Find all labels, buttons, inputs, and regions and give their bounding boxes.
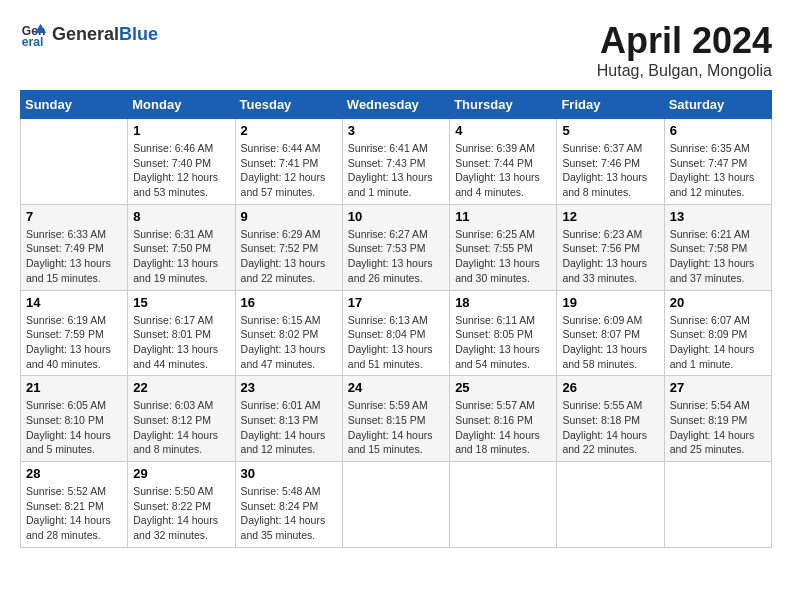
day-info: Sunrise: 6:29 AMSunset: 7:52 PMDaylight:… (241, 227, 337, 286)
week-row-4: 21Sunrise: 6:05 AMSunset: 8:10 PMDayligh… (21, 376, 772, 462)
day-cell: 17Sunrise: 6:13 AMSunset: 8:04 PMDayligh… (342, 290, 449, 376)
day-info: Sunrise: 6:05 AMSunset: 8:10 PMDaylight:… (26, 398, 122, 457)
day-info: Sunrise: 6:35 AMSunset: 7:47 PMDaylight:… (670, 141, 766, 200)
day-info: Sunrise: 6:23 AMSunset: 7:56 PMDaylight:… (562, 227, 658, 286)
day-info: Sunrise: 6:25 AMSunset: 7:55 PMDaylight:… (455, 227, 551, 286)
day-cell: 30Sunrise: 5:48 AMSunset: 8:24 PMDayligh… (235, 462, 342, 548)
day-number: 4 (455, 123, 551, 138)
day-number: 18 (455, 295, 551, 310)
day-cell: 24Sunrise: 5:59 AMSunset: 8:15 PMDayligh… (342, 376, 449, 462)
day-info: Sunrise: 6:39 AMSunset: 7:44 PMDaylight:… (455, 141, 551, 200)
day-number: 1 (133, 123, 229, 138)
day-cell: 20Sunrise: 6:07 AMSunset: 8:09 PMDayligh… (664, 290, 771, 376)
weekday-header-tuesday: Tuesday (235, 91, 342, 119)
weekday-header-saturday: Saturday (664, 91, 771, 119)
day-cell: 9Sunrise: 6:29 AMSunset: 7:52 PMDaylight… (235, 204, 342, 290)
day-cell: 14Sunrise: 6:19 AMSunset: 7:59 PMDayligh… (21, 290, 128, 376)
week-row-5: 28Sunrise: 5:52 AMSunset: 8:21 PMDayligh… (21, 462, 772, 548)
day-cell: 6Sunrise: 6:35 AMSunset: 7:47 PMDaylight… (664, 119, 771, 205)
day-number: 23 (241, 380, 337, 395)
day-info: Sunrise: 6:09 AMSunset: 8:07 PMDaylight:… (562, 313, 658, 372)
day-cell: 5Sunrise: 6:37 AMSunset: 7:46 PMDaylight… (557, 119, 664, 205)
day-info: Sunrise: 5:50 AMSunset: 8:22 PMDaylight:… (133, 484, 229, 543)
location-title: Hutag, Bulgan, Mongolia (597, 62, 772, 80)
day-info: Sunrise: 5:55 AMSunset: 8:18 PMDaylight:… (562, 398, 658, 457)
day-number: 25 (455, 380, 551, 395)
day-cell: 18Sunrise: 6:11 AMSunset: 8:05 PMDayligh… (450, 290, 557, 376)
weekday-header-wednesday: Wednesday (342, 91, 449, 119)
day-info: Sunrise: 6:46 AMSunset: 7:40 PMDaylight:… (133, 141, 229, 200)
day-cell: 25Sunrise: 5:57 AMSunset: 8:16 PMDayligh… (450, 376, 557, 462)
day-number: 14 (26, 295, 122, 310)
day-cell: 7Sunrise: 6:33 AMSunset: 7:49 PMDaylight… (21, 204, 128, 290)
day-number: 3 (348, 123, 444, 138)
weekday-header-monday: Monday (128, 91, 235, 119)
day-number: 16 (241, 295, 337, 310)
day-cell: 4Sunrise: 6:39 AMSunset: 7:44 PMDaylight… (450, 119, 557, 205)
month-title: April 2024 (597, 20, 772, 62)
title-section: April 2024 Hutag, Bulgan, Mongolia (597, 20, 772, 80)
day-info: Sunrise: 6:31 AMSunset: 7:50 PMDaylight:… (133, 227, 229, 286)
calendar-table: SundayMondayTuesdayWednesdayThursdayFrid… (20, 90, 772, 548)
week-row-1: 1Sunrise: 6:46 AMSunset: 7:40 PMDaylight… (21, 119, 772, 205)
day-number: 12 (562, 209, 658, 224)
day-info: Sunrise: 6:21 AMSunset: 7:58 PMDaylight:… (670, 227, 766, 286)
day-number: 7 (26, 209, 122, 224)
day-cell: 26Sunrise: 5:55 AMSunset: 8:18 PMDayligh… (557, 376, 664, 462)
day-number: 30 (241, 466, 337, 481)
day-info: Sunrise: 5:54 AMSunset: 8:19 PMDaylight:… (670, 398, 766, 457)
day-info: Sunrise: 6:37 AMSunset: 7:46 PMDaylight:… (562, 141, 658, 200)
day-number: 8 (133, 209, 229, 224)
day-cell: 29Sunrise: 5:50 AMSunset: 8:22 PMDayligh… (128, 462, 235, 548)
day-cell (450, 462, 557, 548)
day-cell: 11Sunrise: 6:25 AMSunset: 7:55 PMDayligh… (450, 204, 557, 290)
day-info: Sunrise: 5:59 AMSunset: 8:15 PMDaylight:… (348, 398, 444, 457)
day-cell: 2Sunrise: 6:44 AMSunset: 7:41 PMDaylight… (235, 119, 342, 205)
day-number: 13 (670, 209, 766, 224)
day-number: 29 (133, 466, 229, 481)
day-number: 27 (670, 380, 766, 395)
day-number: 10 (348, 209, 444, 224)
weekday-header-sunday: Sunday (21, 91, 128, 119)
day-number: 15 (133, 295, 229, 310)
day-cell: 21Sunrise: 6:05 AMSunset: 8:10 PMDayligh… (21, 376, 128, 462)
day-number: 9 (241, 209, 337, 224)
weekday-header-thursday: Thursday (450, 91, 557, 119)
day-number: 17 (348, 295, 444, 310)
day-cell: 8Sunrise: 6:31 AMSunset: 7:50 PMDaylight… (128, 204, 235, 290)
day-cell: 1Sunrise: 6:46 AMSunset: 7:40 PMDaylight… (128, 119, 235, 205)
day-info: Sunrise: 6:27 AMSunset: 7:53 PMDaylight:… (348, 227, 444, 286)
logo-text: GeneralBlue (52, 24, 158, 45)
day-number: 5 (562, 123, 658, 138)
week-row-3: 14Sunrise: 6:19 AMSunset: 7:59 PMDayligh… (21, 290, 772, 376)
day-info: Sunrise: 6:17 AMSunset: 8:01 PMDaylight:… (133, 313, 229, 372)
logo-blue: Blue (119, 24, 158, 44)
day-info: Sunrise: 6:44 AMSunset: 7:41 PMDaylight:… (241, 141, 337, 200)
weekday-header-friday: Friday (557, 91, 664, 119)
day-info: Sunrise: 5:48 AMSunset: 8:24 PMDaylight:… (241, 484, 337, 543)
day-info: Sunrise: 6:19 AMSunset: 7:59 PMDaylight:… (26, 313, 122, 372)
day-cell (664, 462, 771, 548)
day-cell: 10Sunrise: 6:27 AMSunset: 7:53 PMDayligh… (342, 204, 449, 290)
day-cell: 28Sunrise: 5:52 AMSunset: 8:21 PMDayligh… (21, 462, 128, 548)
day-cell (557, 462, 664, 548)
day-info: Sunrise: 6:41 AMSunset: 7:43 PMDaylight:… (348, 141, 444, 200)
page-header: Gen eral GeneralBlue April 2024 Hutag, B… (20, 20, 772, 80)
svg-text:eral: eral (22, 35, 44, 48)
day-number: 24 (348, 380, 444, 395)
day-number: 22 (133, 380, 229, 395)
day-number: 20 (670, 295, 766, 310)
weekday-header-row: SundayMondayTuesdayWednesdayThursdayFrid… (21, 91, 772, 119)
day-number: 6 (670, 123, 766, 138)
day-cell: 16Sunrise: 6:15 AMSunset: 8:02 PMDayligh… (235, 290, 342, 376)
day-cell (21, 119, 128, 205)
week-row-2: 7Sunrise: 6:33 AMSunset: 7:49 PMDaylight… (21, 204, 772, 290)
day-cell: 22Sunrise: 6:03 AMSunset: 8:12 PMDayligh… (128, 376, 235, 462)
day-info: Sunrise: 6:01 AMSunset: 8:13 PMDaylight:… (241, 398, 337, 457)
day-cell: 19Sunrise: 6:09 AMSunset: 8:07 PMDayligh… (557, 290, 664, 376)
day-number: 2 (241, 123, 337, 138)
day-cell: 23Sunrise: 6:01 AMSunset: 8:13 PMDayligh… (235, 376, 342, 462)
logo-icon: Gen eral (20, 20, 48, 48)
day-cell: 3Sunrise: 6:41 AMSunset: 7:43 PMDaylight… (342, 119, 449, 205)
day-number: 11 (455, 209, 551, 224)
